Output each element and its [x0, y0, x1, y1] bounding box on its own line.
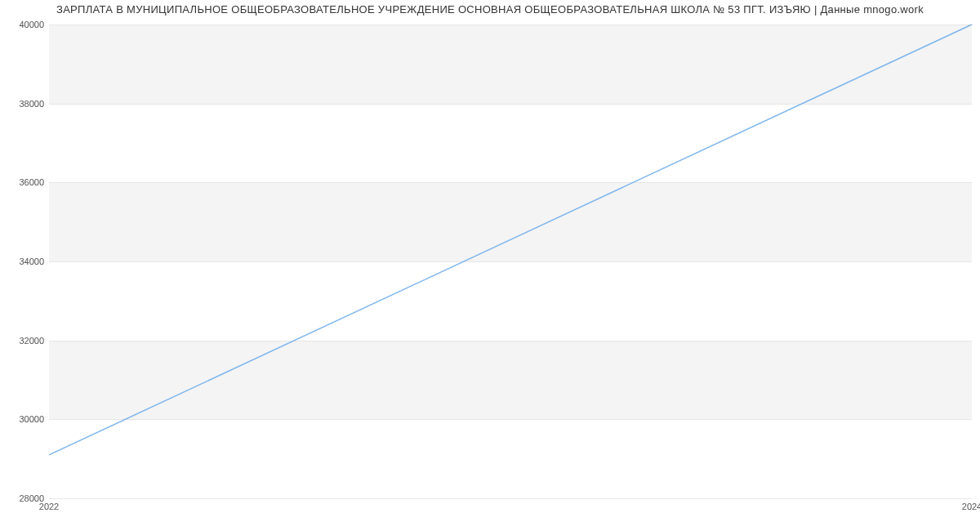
x-tick-label: 2022	[39, 502, 59, 511]
x-tick-label: 2024	[962, 502, 980, 511]
y-tick-label: 36000	[3, 177, 44, 187]
plot-area	[49, 25, 972, 498]
chart-title: ЗАРПЛАТА В МУНИЦИПАЛЬНОЕ ОБЩЕОБРАЗОВАТЕЛ…	[0, 3, 980, 16]
y-tick-label: 38000	[3, 99, 44, 109]
chart-container: ЗАРПЛАТА В МУНИЦИПАЛЬНОЕ ОБЩЕОБРАЗОВАТЕЛ…	[0, 0, 980, 531]
y-tick-label: 34000	[3, 257, 44, 266]
y-tick-label: 28000	[3, 493, 44, 503]
y-tick-label: 40000	[3, 20, 44, 29]
line-series	[49, 25, 972, 498]
y-gridline	[49, 498, 972, 499]
y-tick-label: 32000	[3, 336, 44, 346]
y-tick-label: 30000	[3, 414, 44, 424]
